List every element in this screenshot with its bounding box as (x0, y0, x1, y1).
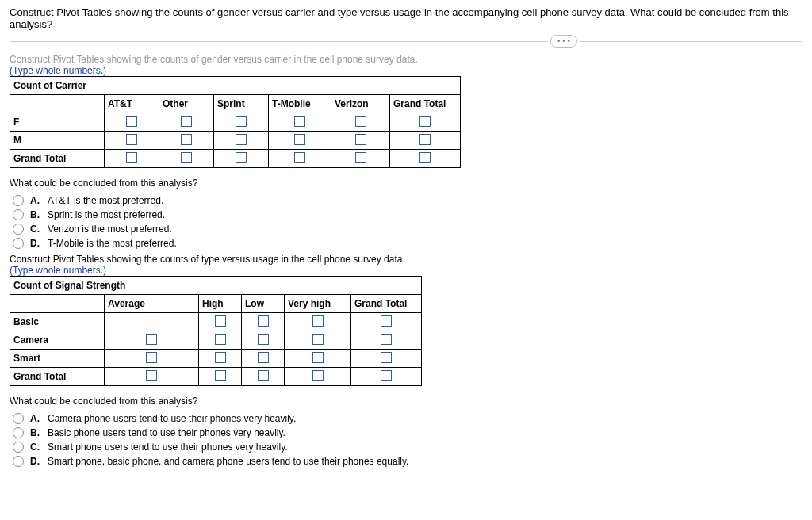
input-cell[interactable] (258, 352, 269, 363)
col-header: Low (242, 295, 285, 313)
pivot-table-signal: Count of Signal Strength Average High Lo… (10, 276, 422, 386)
row-header: M (10, 132, 105, 150)
radio-icon[interactable] (13, 238, 24, 249)
input-cell[interactable] (381, 315, 392, 327)
col-header: Grand Total (351, 295, 422, 313)
input-cell[interactable] (215, 315, 226, 327)
input-cell[interactable] (146, 334, 157, 345)
input-cell[interactable] (258, 315, 269, 327)
input-cell[interactable] (181, 116, 192, 127)
input-cell[interactable] (126, 116, 137, 127)
input-cell[interactable] (294, 134, 305, 145)
input-cell[interactable] (355, 134, 366, 145)
input-cell[interactable] (419, 152, 431, 163)
input-cell[interactable] (236, 134, 247, 145)
radio-icon[interactable] (13, 195, 24, 206)
input-cell[interactable] (294, 152, 305, 163)
input-cell[interactable] (312, 352, 324, 363)
row-header: Grand Total (10, 368, 105, 386)
input-cell[interactable] (236, 116, 247, 127)
radio-icon[interactable] (13, 413, 24, 424)
input-cell[interactable] (381, 370, 392, 381)
col-header: T-Mobile (269, 95, 331, 113)
page-question: Construct Pivot Tables showing the count… (10, 6, 802, 30)
input-cell[interactable] (312, 315, 324, 327)
more-button[interactable]: • • • (550, 35, 577, 48)
input-cell[interactable] (215, 352, 226, 363)
input-cell[interactable] (355, 116, 366, 127)
option-c[interactable]: C.Verizon is the most preferred. (13, 224, 802, 235)
row-header: Camera (10, 331, 105, 350)
radio-icon[interactable] (13, 224, 24, 235)
divider: • • • (10, 35, 802, 48)
input-cell[interactable] (294, 116, 305, 127)
table1-title: Count of Carrier (10, 77, 461, 95)
col-header: Other (159, 95, 214, 113)
input-cell[interactable] (355, 152, 366, 163)
section1-instruction: Construct Pivot Tables showing the count… (10, 54, 802, 65)
section1-question: What could be concluded from this analys… (10, 178, 802, 189)
input-cell[interactable] (312, 370, 324, 381)
section2-options: A.Camera phone users tend to use their p… (13, 413, 802, 467)
option-b[interactable]: B.Basic phone users tend to use their ph… (13, 427, 802, 438)
radio-icon[interactable] (13, 209, 24, 220)
input-cell[interactable] (181, 152, 192, 163)
input-cell[interactable] (258, 370, 269, 381)
option-d[interactable]: D.T-Mobile is the most preferred. (13, 238, 802, 249)
option-d[interactable]: D.Smart phone, basic phone, and camera p… (13, 456, 802, 467)
input-cell[interactable] (126, 134, 137, 145)
row-header: Grand Total (10, 150, 105, 168)
input-cell[interactable] (215, 334, 226, 345)
input-cell[interactable] (146, 352, 157, 363)
col-header: Grand Total (390, 95, 461, 113)
section1-options: A.AT&T is the most preferred. B.Sprint i… (13, 195, 802, 249)
section2-instruction: Construct Pivot Tables showing the count… (10, 254, 802, 265)
input-cell[interactable] (381, 352, 392, 363)
option-a[interactable]: A.Camera phone users tend to use their p… (13, 413, 802, 424)
input-cell[interactable] (215, 370, 226, 381)
col-header: Very high (285, 295, 351, 313)
section2-type-hint: (Type whole numbers.) (10, 265, 802, 276)
radio-icon[interactable] (13, 427, 24, 438)
input-cell[interactable] (312, 334, 324, 345)
col-header: AT&T (105, 95, 159, 113)
input-cell[interactable] (381, 334, 392, 345)
section1-type-hint: (Type whole numbers.) (10, 65, 802, 76)
table2-title: Count of Signal Strength (10, 277, 422, 295)
option-c[interactable]: C.Smart phone users tend to use their ph… (13, 442, 802, 453)
section2-question: What could be concluded from this analys… (10, 396, 802, 407)
radio-icon[interactable] (13, 442, 24, 453)
col-header: High (199, 295, 242, 313)
row-header: F (10, 113, 105, 132)
input-cell[interactable] (419, 116, 431, 127)
input-cell[interactable] (419, 134, 431, 145)
col-header: Verizon (331, 95, 390, 113)
input-cell[interactable] (236, 152, 247, 163)
input-cell[interactable] (181, 134, 192, 145)
col-header: Sprint (214, 95, 269, 113)
input-cell[interactable] (258, 334, 269, 345)
input-cell[interactable] (126, 152, 137, 163)
pivot-table-carrier: Count of Carrier AT&T Other Sprint T-Mob… (10, 76, 461, 168)
row-header: Basic (10, 313, 105, 331)
option-a[interactable]: A.AT&T is the most preferred. (13, 195, 802, 206)
row-header: Smart (10, 350, 105, 368)
col-header: Average (105, 295, 199, 313)
option-b[interactable]: B.Sprint is the most preferred. (13, 209, 802, 220)
radio-icon[interactable] (13, 456, 24, 467)
input-cell[interactable] (146, 370, 157, 381)
